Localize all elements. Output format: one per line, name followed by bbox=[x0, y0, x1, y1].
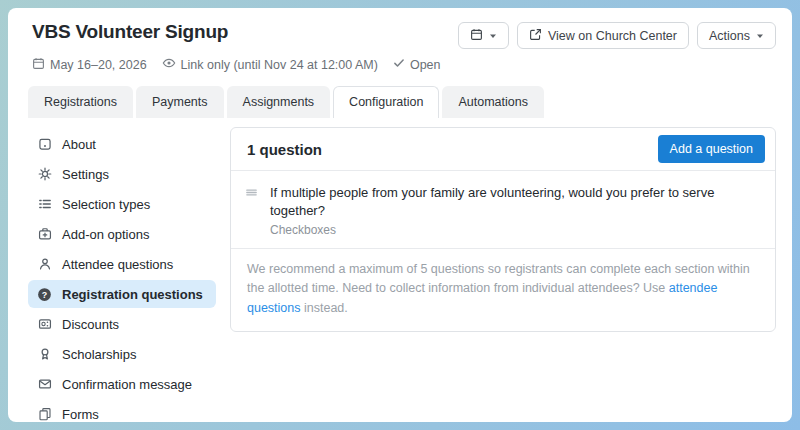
tab-registrations[interactable]: Registrations bbox=[28, 86, 133, 118]
header: VBS Volunteer Signup View on Church Cent… bbox=[8, 8, 792, 49]
event-dates-label: May 16–20, 2026 bbox=[50, 58, 147, 72]
tab-bar: Registrations Payments Assignments Confi… bbox=[8, 73, 792, 118]
sidebar-item-label: About bbox=[62, 137, 96, 152]
tab-payments[interactable]: Payments bbox=[136, 86, 224, 118]
sidebar-item-attendee-questions[interactable]: Attendee questions bbox=[28, 250, 216, 278]
tab-configuration[interactable]: Configuration bbox=[333, 86, 439, 118]
external-link-icon bbox=[529, 28, 542, 44]
open-status: Open bbox=[393, 57, 441, 72]
sidebar-item-settings[interactable]: Settings bbox=[28, 160, 216, 188]
tab-automations[interactable]: Automations bbox=[442, 86, 543, 118]
sidebar-item-registration-questions[interactable]: ? Registration questions bbox=[28, 280, 216, 308]
question-type: Checkboxes bbox=[270, 223, 759, 237]
coupon-icon bbox=[37, 317, 52, 331]
questions-card-header: 1 question Add a question bbox=[231, 128, 775, 171]
event-dates: May 16–20, 2026 bbox=[32, 57, 147, 73]
copy-icon bbox=[37, 407, 52, 421]
sidebar-item-label: Registration questions bbox=[62, 287, 203, 302]
view-on-church-center-button[interactable]: View on Church Center bbox=[517, 22, 689, 49]
sidebar-item-label: Forms bbox=[62, 407, 99, 422]
sidebar-item-discounts[interactable]: Discounts bbox=[28, 310, 216, 338]
award-icon bbox=[37, 347, 52, 361]
list-icon bbox=[37, 197, 52, 211]
visibility-status: Link only (until Nov 24 at 12:00 AM) bbox=[162, 56, 378, 73]
envelope-icon bbox=[37, 377, 52, 391]
calendar-about-icon bbox=[37, 137, 52, 151]
sidebar-item-label: Scholarships bbox=[62, 347, 136, 362]
chevron-down-icon bbox=[756, 29, 764, 43]
calendar-icon bbox=[32, 57, 45, 73]
sidebar-item-selection-types[interactable]: Selection types bbox=[28, 190, 216, 218]
drag-handle-icon[interactable] bbox=[244, 185, 259, 237]
question-content: If multiple people from your family are … bbox=[270, 184, 759, 237]
header-actions: View on Church Center Actions bbox=[458, 22, 776, 49]
visibility-label: Link only (until Nov 24 at 12:00 AM) bbox=[181, 58, 378, 72]
briefcase-plus-icon bbox=[37, 227, 52, 241]
note-text-after: instead. bbox=[301, 301, 348, 315]
sidebar-item-scholarships[interactable]: Scholarships bbox=[28, 340, 216, 368]
chevron-down-icon bbox=[489, 29, 497, 43]
page-title: VBS Volunteer Signup bbox=[32, 21, 228, 43]
person-icon bbox=[37, 257, 52, 271]
question-row[interactable]: If multiple people from your family are … bbox=[231, 171, 775, 249]
sidebar-item-label: Settings bbox=[62, 167, 109, 182]
app-window: VBS Volunteer Signup View on Church Cent… bbox=[8, 8, 792, 422]
sidebar-item-label: Add-on options bbox=[62, 227, 149, 242]
sidebar-item-about[interactable]: About bbox=[28, 130, 216, 158]
config-sidebar: About Settings Selection types Add-on op… bbox=[28, 127, 216, 422]
svg-text:?: ? bbox=[42, 289, 47, 299]
questions-card: 1 question Add a question If multiple pe… bbox=[230, 127, 776, 332]
question-text: If multiple people from your family are … bbox=[270, 184, 759, 219]
content-area: About Settings Selection types Add-on op… bbox=[8, 118, 792, 422]
sidebar-item-label: Attendee questions bbox=[62, 257, 173, 272]
question-circle-icon: ? bbox=[37, 287, 52, 302]
actions-button-label: Actions bbox=[709, 29, 750, 43]
sidebar-item-label: Discounts bbox=[62, 317, 119, 332]
add-question-button[interactable]: Add a question bbox=[658, 135, 765, 163]
sidebar-item-confirmation-message[interactable]: Confirmation message bbox=[28, 370, 216, 398]
sidebar-item-label: Selection types bbox=[62, 197, 150, 212]
question-count: 1 question bbox=[247, 141, 322, 158]
sidebar-item-forms[interactable]: Forms bbox=[28, 400, 216, 422]
calendar-icon bbox=[470, 28, 483, 44]
recommendation-note: We recommend a maximum of 5 questions so… bbox=[231, 249, 775, 331]
sidebar-item-label: Confirmation message bbox=[62, 377, 192, 392]
sidebar-item-add-on-options[interactable]: Add-on options bbox=[28, 220, 216, 248]
main-panel: 1 question Add a question If multiple pe… bbox=[230, 127, 776, 332]
tab-assignments[interactable]: Assignments bbox=[227, 86, 331, 118]
check-icon bbox=[393, 57, 405, 72]
gear-icon bbox=[37, 167, 52, 181]
actions-button[interactable]: Actions bbox=[697, 22, 776, 49]
eye-icon bbox=[162, 56, 176, 73]
event-meta: May 16–20, 2026 Link only (until Nov 24 … bbox=[8, 49, 792, 73]
calendar-dropdown-button[interactable] bbox=[458, 22, 509, 49]
view-button-label: View on Church Center bbox=[548, 29, 677, 43]
open-status-label: Open bbox=[410, 58, 441, 72]
